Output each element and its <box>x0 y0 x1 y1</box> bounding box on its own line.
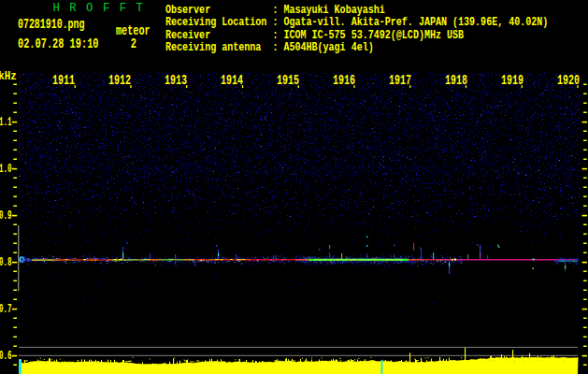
svg-text:0.7: 0.7 <box>0 302 12 316</box>
svg-text:O: O <box>86 2 93 15</box>
svg-text:kHz: kHz <box>0 69 17 83</box>
svg-text:0.6: 0.6 <box>0 349 12 363</box>
svg-text:0.8: 0.8 <box>0 255 12 269</box>
svg-text:1918: 1918 <box>445 73 467 88</box>
svg-text:02.07.28 19:10: 02.07.28 19:10 <box>18 36 99 51</box>
svg-text:T: T <box>136 2 142 15</box>
svg-text:1.0: 1.0 <box>0 162 12 176</box>
svg-text:F: F <box>120 2 126 15</box>
svg-text:1920: 1920 <box>557 73 580 88</box>
svg-text:2: 2 <box>131 36 136 51</box>
svg-text:1914: 1914 <box>221 73 243 88</box>
svg-text:1.1: 1.1 <box>0 115 12 129</box>
svg-text:1912: 1912 <box>108 73 131 88</box>
svg-text:R: R <box>69 2 76 15</box>
svg-text:1917: 1917 <box>389 73 411 88</box>
svg-text:1919: 1919 <box>501 73 523 88</box>
svg-text:1913: 1913 <box>165 73 187 88</box>
svg-text:1911: 1911 <box>52 73 75 88</box>
svg-text:1916: 1916 <box>333 73 355 88</box>
svg-text:0.9: 0.9 <box>0 209 12 223</box>
svg-text:Receiving antenna : A504HB(ya: Receiving antenna : A504HB(yagi 4el) <box>165 40 374 54</box>
svg-text:H: H <box>53 2 60 15</box>
svg-text:F: F <box>103 2 109 15</box>
svg-text:07281910.png: 07281910.png <box>18 17 85 32</box>
svg-text:1915: 1915 <box>277 73 299 88</box>
